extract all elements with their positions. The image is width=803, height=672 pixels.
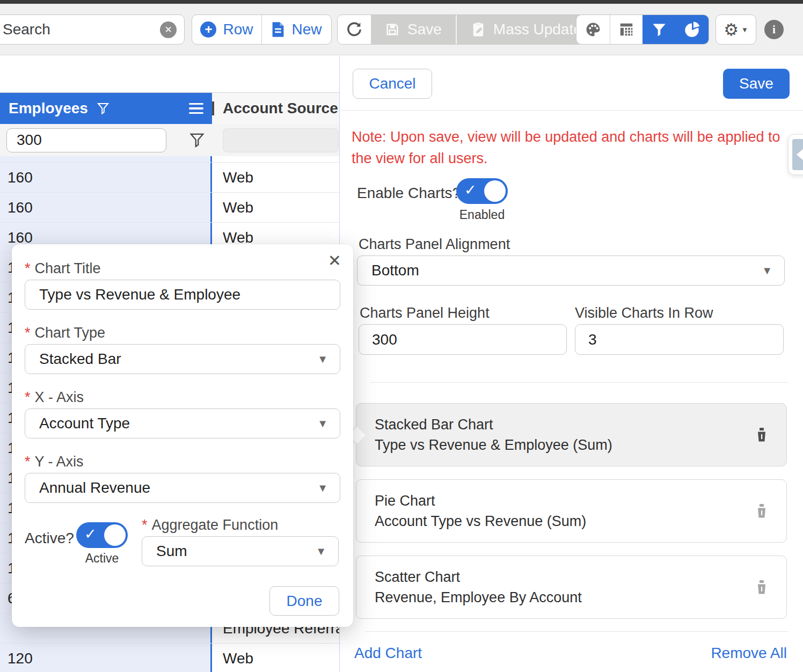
gear-icon: ⚙: [724, 21, 739, 38]
filter-icon: [652, 22, 667, 37]
chart-card[interactable]: Scatter ChartRevenue, Employee By Accoun…: [356, 556, 787, 619]
employees-cell[interactable]: 160: [0, 163, 212, 192]
employees-filter-value: 300: [17, 132, 42, 149]
grid-filter-row: 300: [0, 124, 339, 156]
enable-charts-toggle[interactable]: ✓: [456, 178, 508, 204]
chevron-down-icon: ▼: [741, 26, 748, 34]
required-marker: *: [25, 454, 31, 470]
employees-cell[interactable]: 120: [0, 644, 212, 672]
panel-height-input[interactable]: 300: [359, 324, 567, 355]
chart-card-text: Pie ChartAccount Type vs Revenue (Sum): [375, 491, 755, 531]
settings-button[interactable]: ⚙ ▼: [716, 14, 756, 45]
save-button[interactable]: Save: [723, 69, 790, 99]
filter-menu-icon[interactable]: [189, 132, 205, 148]
column-header-account-source[interactable]: Account Source: [212, 93, 339, 124]
enable-charts-state: Enabled: [456, 208, 508, 222]
chart-type-value: Stacked Bar: [39, 350, 121, 368]
y-axis-select[interactable]: Annual Revenue ▼: [25, 473, 340, 503]
add-row-button[interactable]: + Row: [192, 15, 261, 44]
alignment-label: Charts Panel Alignment: [359, 236, 510, 253]
y-axis-value: Annual Revenue: [39, 479, 150, 496]
required-marker: *: [25, 389, 31, 405]
chart-card-type: Pie Chart: [375, 491, 755, 511]
employees-filter-input[interactable]: 300: [6, 128, 166, 152]
table-row[interactable]: 160Web: [0, 163, 339, 193]
chart-card[interactable]: Stacked Bar ChartType vs Revenue & Emplo…: [356, 403, 787, 466]
trash-icon[interactable]: [755, 580, 768, 595]
panel-collapse-handle[interactable]: [788, 134, 803, 175]
x-axis-value: Account Type: [39, 415, 130, 432]
search-input[interactable]: Search ✕: [0, 14, 185, 45]
chart-config-modal: ✕ *Chart Title Type vs Revenue & Employe…: [12, 244, 353, 627]
active-toggle[interactable]: ✓: [76, 522, 128, 548]
aggregate-select[interactable]: Sum ▼: [142, 536, 339, 566]
search-value[interactable]: Search: [3, 21, 160, 38]
partial-row: [0, 156, 339, 163]
remove-all-link[interactable]: Remove All: [711, 645, 787, 662]
table-row[interactable]: 160Web: [0, 193, 339, 223]
plus-circle-icon: +: [200, 21, 216, 38]
save-label: Save: [739, 75, 773, 92]
toggle-knob: [104, 524, 126, 546]
save-grid-label: Save: [407, 21, 442, 38]
done-button[interactable]: Done: [269, 586, 339, 616]
refresh-button[interactable]: [338, 15, 371, 44]
employees-cell[interactable]: 160: [0, 193, 212, 222]
chart-card[interactable]: Pie ChartAccount Type vs Revenue (Sum): [356, 479, 787, 543]
aggregate-value: Sum: [156, 543, 187, 560]
visible-charts-input[interactable]: 3: [575, 324, 784, 355]
x-axis-select[interactable]: Account Type ▼: [25, 408, 340, 439]
y-axis-label: *Y - Axis: [25, 454, 84, 470]
cancel-button[interactable]: Cancel: [353, 69, 432, 99]
table-row[interactable]: 120Web: [0, 644, 339, 672]
required-marker: *: [142, 517, 148, 533]
save-grid-button: Save: [371, 15, 456, 44]
column-filter-icon[interactable]: [97, 102, 110, 115]
info-button[interactable]: i: [764, 20, 784, 39]
chart-card-text: Scatter ChartRevenue, Employee By Accoun…: [375, 567, 755, 608]
add-chart-link[interactable]: Add Chart: [354, 645, 422, 662]
palette-icon: [585, 21, 601, 38]
required-marker: *: [25, 260, 31, 276]
charts-settings-panel: Cancel Save Note: Upon save, view will b…: [340, 56, 803, 672]
pie-chart-icon: [684, 21, 700, 38]
document-icon: [271, 21, 285, 38]
new-button[interactable]: New: [261, 15, 331, 44]
clear-search-icon[interactable]: ✕: [160, 21, 177, 38]
check-icon: ✓: [84, 525, 97, 543]
column-header-employees[interactable]: Employees: [0, 93, 212, 124]
divider: [365, 631, 789, 632]
check-icon: ✓: [464, 181, 477, 199]
trash-icon[interactable]: [755, 427, 768, 442]
trash-icon[interactable]: [755, 503, 768, 518]
palette-button[interactable]: [576, 15, 610, 44]
alignment-value: Bottom: [371, 262, 419, 279]
alignment-select[interactable]: Bottom ▼: [357, 255, 785, 286]
chart-type-label: *Chart Type: [25, 325, 105, 341]
column-menu-icon[interactable]: [189, 103, 203, 114]
note-text: Note: Upon save, view will be updated an…: [352, 126, 791, 169]
account-source-cell[interactable]: Web: [212, 163, 339, 192]
enable-charts-label: Enable Charts?: [357, 185, 461, 202]
chart-card-type: Scatter Chart: [375, 567, 755, 587]
active-label: Active?: [25, 530, 74, 547]
charts-toggle-button[interactable]: [676, 15, 709, 44]
account-source-cell[interactable]: Web: [212, 193, 339, 222]
chevron-down-icon: ▼: [317, 353, 328, 366]
chart-title-input[interactable]: Type vs Revenue & Employee: [25, 280, 340, 310]
column-resize-handle[interactable]: [212, 101, 214, 115]
aggregate-label: *Aggregate Function: [142, 517, 278, 534]
close-icon[interactable]: ✕: [328, 253, 341, 269]
grid-view-button[interactable]: [610, 15, 643, 44]
chart-card-subtitle: Revenue, Employee By Account: [375, 587, 755, 608]
chart-list: Stacked Bar ChartType vs Revenue & Emplo…: [356, 403, 787, 619]
panel-height-value: 300: [372, 331, 397, 348]
visible-charts-value: 3: [588, 331, 597, 348]
required-marker: *: [25, 325, 31, 341]
chart-card-subtitle: Type vs Revenue & Employee (Sum): [375, 435, 755, 455]
account-source-cell[interactable]: Web: [212, 644, 339, 672]
clipboard-pencil-icon: [471, 21, 486, 38]
chart-type-select[interactable]: Stacked Bar ▼: [25, 344, 340, 374]
table-grid-icon: [618, 21, 634, 38]
filter-toggle-button[interactable]: [643, 15, 676, 44]
